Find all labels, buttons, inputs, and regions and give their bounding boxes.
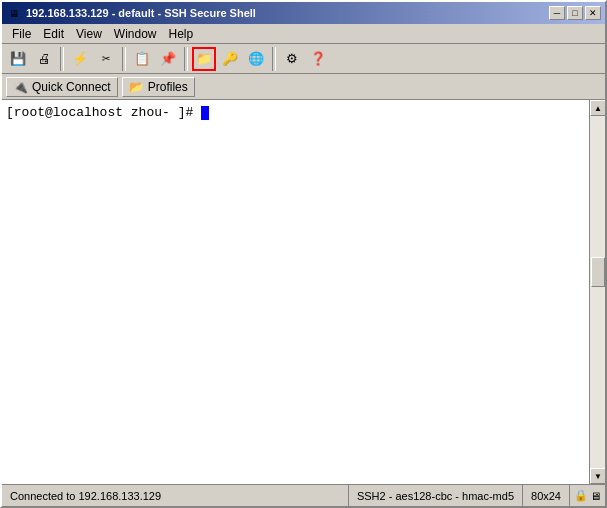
menu-window[interactable]: Window [108, 25, 163, 43]
status-icon-2: 🖥 [590, 490, 601, 502]
terminal-wrapper: [root@localhost zhou- ]# ▲ ▼ [2, 100, 605, 484]
sftp-button[interactable]: 📁 [192, 47, 216, 71]
disconnect-button[interactable]: ✂ [94, 47, 118, 71]
minimize-button[interactable]: ─ [549, 6, 565, 20]
terminal-content: [root@localhost zhou- ]# [6, 104, 585, 122]
main-window: 🖥 192.168.133.129 - default - SSH Secure… [0, 0, 607, 508]
status-encryption: SSH2 - aes128-cbc - hmac-md5 [349, 485, 523, 506]
scrollbar: ▲ ▼ [589, 100, 605, 484]
quickconnect-icon: 🔌 [13, 80, 28, 94]
menu-view[interactable]: View [70, 25, 108, 43]
menu-edit[interactable]: Edit [37, 25, 70, 43]
terminal-cursor [201, 106, 209, 120]
tunnel-button[interactable]: 🌐 [244, 47, 268, 71]
toolbar: 💾 🖨 ⚡ ✂ 📋 📌 📁 [2, 44, 605, 74]
save-icon: 💾 [9, 50, 27, 68]
menu-help[interactable]: Help [163, 25, 200, 43]
paste-icon: 📌 [159, 50, 177, 68]
status-icon-1: 🔒 [574, 489, 588, 502]
menu-bar: File Edit View Window Help [2, 24, 605, 44]
profiles-icon: 📂 [129, 80, 144, 94]
close-button[interactable]: ✕ [585, 6, 601, 20]
tunnel-icon: 🌐 [247, 50, 265, 68]
connect-icon: ⚡ [71, 50, 89, 68]
copy-icon: 📋 [133, 50, 151, 68]
scrollbar-thumb[interactable] [591, 257, 605, 287]
connect-button[interactable]: ⚡ [68, 47, 92, 71]
print-button[interactable]: 🖨 [32, 47, 56, 71]
keygen-icon: 🔑 [221, 50, 239, 68]
connection-status-text: Connected to 192.168.133.129 [10, 490, 161, 502]
toolbar-separator-4 [272, 47, 276, 71]
status-icons: 🔒 🖥 [570, 487, 605, 504]
sftp-icon: 📁 [195, 50, 213, 68]
toolbar-separator-2 [122, 47, 126, 71]
window-icon: 🖥 [6, 5, 22, 21]
title-bar-left: 🖥 192.168.133.129 - default - SSH Secure… [6, 5, 256, 21]
profiles-button[interactable]: 📂 Profiles [122, 77, 195, 97]
paste-button[interactable]: 📌 [156, 47, 180, 71]
profiles-label: Profiles [148, 80, 188, 94]
title-buttons: ─ □ ✕ [549, 6, 601, 20]
settings-icon: ⚙ [283, 50, 301, 68]
quickconnect-label: Quick Connect [32, 80, 111, 94]
quickconnect-bar: 🔌 Quick Connect 📂 Profiles [2, 74, 605, 100]
copy-button[interactable]: 📋 [130, 47, 154, 71]
scrollbar-up-button[interactable]: ▲ [590, 100, 605, 116]
dimensions-text: 80x24 [531, 490, 561, 502]
status-connection: Connected to 192.168.133.129 [2, 485, 349, 506]
terminal-area[interactable]: [root@localhost zhou- ]# [2, 100, 589, 484]
maximize-button[interactable]: □ [567, 6, 583, 20]
help-button[interactable]: ❓ [306, 47, 330, 71]
keygen-button[interactable]: 🔑 [218, 47, 242, 71]
scrollbar-down-button[interactable]: ▼ [590, 468, 605, 484]
toolbar-separator-1 [60, 47, 64, 71]
scrollbar-track[interactable] [590, 116, 605, 468]
print-icon: 🖨 [35, 50, 53, 68]
disconnect-icon: ✂ [97, 50, 115, 68]
title-bar: 🖥 192.168.133.129 - default - SSH Secure… [2, 2, 605, 24]
menu-file[interactable]: File [6, 25, 37, 43]
terminal-prompt: [root@localhost zhou- ]# [6, 105, 201, 120]
quick-connect-button[interactable]: 🔌 Quick Connect [6, 77, 118, 97]
encryption-status-text: SSH2 - aes128-cbc - hmac-md5 [357, 490, 514, 502]
status-dimensions: 80x24 [523, 485, 570, 506]
status-bar: Connected to 192.168.133.129 SSH2 - aes1… [2, 484, 605, 506]
window-title: 192.168.133.129 - default - SSH Secure S… [26, 7, 256, 19]
toolbar-separator-3 [184, 47, 188, 71]
save-button[interactable]: 💾 [6, 47, 30, 71]
settings-button[interactable]: ⚙ [280, 47, 304, 71]
help-icon: ❓ [309, 50, 327, 68]
